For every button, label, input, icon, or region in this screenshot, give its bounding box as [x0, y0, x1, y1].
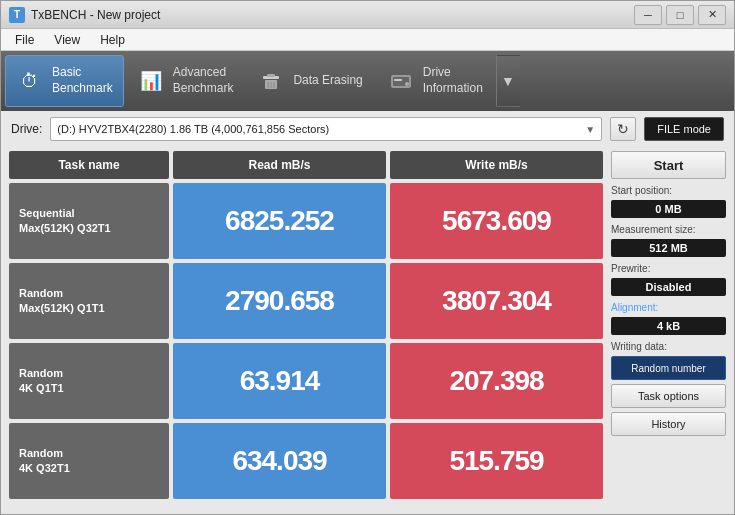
toolbar-data-erasing[interactable]: Data Erasing — [246, 55, 373, 107]
header-read: Read mB/s — [173, 151, 386, 179]
row4-read: 634.039 — [173, 423, 386, 499]
table-row: SequentialMax(512K) Q32T1 6825.252 5673.… — [9, 183, 603, 259]
drive-label: Drive: — [11, 122, 42, 136]
row4-write: 515.759 — [390, 423, 603, 499]
svg-rect-9 — [394, 79, 402, 81]
title-bar: T TxBENCH - New project ─ □ ✕ — [1, 1, 734, 29]
benchmark-table: Task name Read mB/s Write mB/s Sequentia… — [9, 151, 603, 512]
row3-label: Random4K Q1T1 — [9, 343, 169, 419]
prewrite-label: Prewrite: — [611, 263, 726, 274]
row4-label: Random4K Q32T1 — [9, 423, 169, 499]
file-mode-button[interactable]: FILE mode — [644, 117, 724, 141]
writing-data-value[interactable]: Random number — [611, 356, 726, 380]
table-header: Task name Read mB/s Write mB/s — [9, 151, 603, 179]
benchmark-area: Task name Read mB/s Write mB/s Sequentia… — [1, 147, 734, 515]
advanced-benchmark-label: Advanced Benchmark — [173, 65, 234, 96]
basic-benchmark-label: Basic Benchmark — [52, 65, 113, 96]
row3-read: 63.914 — [173, 343, 386, 419]
menu-bar: File View Help — [1, 29, 734, 51]
advanced-benchmark-icon: 📊 — [137, 67, 165, 95]
measurement-size-value: 512 MB — [611, 239, 726, 257]
svg-rect-2 — [267, 74, 275, 77]
minimize-button[interactable]: ─ — [634, 5, 662, 25]
window-controls: ─ □ ✕ — [634, 5, 726, 25]
table-row: RandomMax(512K) Q1T1 2790.658 3807.304 — [9, 263, 603, 339]
maximize-button[interactable]: □ — [666, 5, 694, 25]
alignment-value: 4 kB — [611, 317, 726, 335]
svg-point-8 — [405, 82, 409, 86]
prewrite-value: Disabled — [611, 278, 726, 296]
toolbar-advanced-benchmark[interactable]: 📊 Advanced Benchmark — [126, 55, 245, 107]
data-erasing-icon — [257, 67, 285, 95]
toolbar-dropdown[interactable]: ▼ — [496, 55, 520, 107]
start-button[interactable]: Start — [611, 151, 726, 179]
content-area: Drive: (D:) HYV2TBX4(2280) 1.86 TB (4,00… — [1, 111, 734, 515]
header-task-name: Task name — [9, 151, 169, 179]
drive-information-label: Drive Information — [423, 65, 483, 96]
row1-read: 6825.252 — [173, 183, 386, 259]
start-position-label: Start position: — [611, 185, 726, 196]
refresh-button[interactable]: ↻ — [610, 117, 636, 141]
row3-write: 207.398 — [390, 343, 603, 419]
menu-help[interactable]: Help — [92, 31, 133, 49]
row1-label: SequentialMax(512K) Q32T1 — [9, 183, 169, 259]
row1-write: 5673.609 — [390, 183, 603, 259]
toolbar: ⏱ Basic Benchmark 📊 Advanced Benchmark D… — [1, 51, 734, 111]
row2-read: 2790.658 — [173, 263, 386, 339]
toolbar-drive-information[interactable]: Drive Information — [376, 55, 494, 107]
drive-dropdown-arrow: ▼ — [585, 124, 595, 135]
header-write: Write mB/s — [390, 151, 603, 179]
menu-file[interactable]: File — [7, 31, 42, 49]
table-row: Random4K Q32T1 634.039 515.759 — [9, 423, 603, 499]
drive-row: Drive: (D:) HYV2TBX4(2280) 1.86 TB (4,00… — [1, 111, 734, 147]
toolbar-basic-benchmark[interactable]: ⏱ Basic Benchmark — [5, 55, 124, 107]
menu-view[interactable]: View — [46, 31, 88, 49]
writing-data-label: Writing data: — [611, 341, 726, 352]
row2-write: 3807.304 — [390, 263, 603, 339]
close-button[interactable]: ✕ — [698, 5, 726, 25]
basic-benchmark-icon: ⏱ — [16, 67, 44, 95]
alignment-label: Alignment: — [611, 302, 726, 313]
drive-information-icon — [387, 67, 415, 95]
row2-label: RandomMax(512K) Q1T1 — [9, 263, 169, 339]
data-erasing-label: Data Erasing — [293, 73, 362, 89]
history-button[interactable]: History — [611, 412, 726, 436]
measurement-size-label: Measurement size: — [611, 224, 726, 235]
right-panel: Start Start position: 0 MB Measurement s… — [611, 151, 726, 512]
start-position-value: 0 MB — [611, 200, 726, 218]
table-row: Random4K Q1T1 63.914 207.398 — [9, 343, 603, 419]
app-icon: T — [9, 7, 25, 23]
drive-select[interactable]: (D:) HYV2TBX4(2280) 1.86 TB (4,000,761,8… — [50, 117, 602, 141]
window-title: TxBENCH - New project — [31, 8, 634, 22]
task-options-button[interactable]: Task options — [611, 384, 726, 408]
drive-value: (D:) HYV2TBX4(2280) 1.86 TB (4,000,761,8… — [57, 123, 585, 135]
